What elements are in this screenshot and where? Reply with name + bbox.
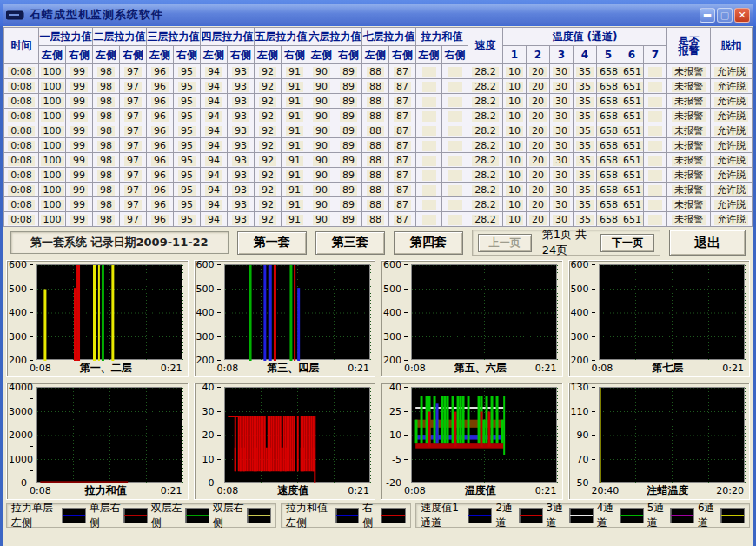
prev-page-button[interactable]: 上一页 [478,234,532,252]
chart-title: 温度值 [426,483,535,498]
table-row[interactable]: 0:0810099989796959493929190898887 28.210… [4,123,753,138]
table-cell: 35 [574,138,597,153]
chart-svg-layers-1-2 [37,265,183,361]
minimize-button[interactable]: ▬ [700,8,715,23]
table-cell: 35 [574,168,597,183]
y-tick-label: 3000 [7,406,33,429]
window-title: 石蜡成型机监测系统软件 [30,7,163,23]
table-row[interactable]: 0:0810099989796959493929190898887 28.210… [4,109,753,123]
table-row[interactable]: 0:0810099989796959493929190898887 28.210… [4,183,753,197]
table-row[interactable]: 0:0810099989796959493929190898887 28.210… [4,64,753,79]
table-row[interactable]: 0:0810099989796959493929190898887 28.210… [4,212,753,227]
table-cell: 92 [255,64,282,79]
y-tick-label: 300 [7,331,33,343]
table-cell: 89 [335,153,362,168]
table-row[interactable]: 0:0810099989796959493929190898887 28.210… [4,138,753,153]
chart-plot-layers-1-2 [36,264,182,360]
close-button[interactable]: ✕ [734,8,750,23]
table-cell [416,64,442,79]
next-page-button[interactable]: 下一页 [600,234,654,252]
y-tick-label: 500 [569,283,595,295]
table-cell: 97 [120,79,147,94]
table-cell: 28.2 [468,212,503,227]
table-row[interactable]: 0:0810099989796959493929190898887 28.210… [4,197,753,212]
table-cell [442,138,468,153]
legend-label: 单层右侧 [90,501,122,530]
table-cell: 允许脱 [711,138,753,153]
table-cell: 651 [620,123,644,138]
table-cell: 35 [574,197,597,212]
table-cell: 98 [93,64,120,79]
chart-x-row: 0:08 第五、六层 0:21 [381,362,562,375]
legend-swatch [620,508,644,523]
table-cell: 96 [147,94,174,109]
table-cell: 88 [362,123,389,138]
column-header: 三层拉力值 [147,28,201,46]
chart-title: 速度值 [238,483,348,498]
legend-label: 拉力和值左侧 [286,501,334,530]
legend-label: 拉力单层左侧 [11,501,60,530]
table-cell: 98 [93,109,120,123]
column-header: 四层拉力值 [201,28,255,46]
set-4-button[interactable]: 第四套 [394,231,463,255]
table-cell [416,79,442,94]
table-cell: 10 [503,94,527,109]
table-cell: 87 [389,197,416,212]
table-cell: 28.2 [468,153,503,168]
table-row[interactable]: 0:0810099989796959493929190898887 28.210… [4,79,753,94]
column-header: 是否 报警 [667,28,711,64]
table-cell: 92 [255,197,282,212]
table-row[interactable]: 0:0810099989796959493929190898887 28.210… [4,94,753,109]
chart-svg-speed [225,388,371,483]
table-cell: 94 [201,64,228,79]
chart-svg-layers-5-6 [412,265,558,361]
set-1-button[interactable]: 第一套 [237,231,307,255]
table-cell: 100 [39,183,66,197]
table-cell: 87 [389,123,416,138]
table-cell: 89 [335,64,362,79]
table-cell: 0:08 [4,138,39,153]
table-row[interactable]: 0:0810099989796959493929190898887 28.210… [4,168,753,183]
table-cell: 99 [66,197,93,212]
table-cell: 95 [174,109,201,123]
table-cell: 未报警 [667,109,711,123]
x-end-label: 0:21 [348,363,369,374]
table-cell: 99 [66,94,93,109]
table-cell: 100 [39,197,66,212]
table-cell: 90 [308,168,335,183]
table-cell: 98 [93,138,120,153]
table-cell [416,94,442,109]
charts-grid: 2003004005006000:08 第一、二层 0:212003004005… [3,258,753,502]
x-end-label: 0:21 [348,485,369,496]
table-cell: 28.2 [468,94,503,109]
maximize-button[interactable]: ▢ [717,8,733,23]
y-tick-label: 400 [7,307,33,318]
table-cell: 96 [147,183,174,197]
table-row[interactable]: 0:0810099989796959493929190898887 28.210… [4,153,753,168]
x-end-label: 0:21 [161,363,182,374]
table-cell: 88 [362,183,389,197]
chart-plot-tension-sum [36,387,182,483]
exit-button[interactable]: 退出 [669,230,746,256]
table-cell: 99 [66,138,93,153]
legend-swatch [62,508,86,523]
table-cell [644,123,667,138]
table-cell: 100 [39,64,66,79]
chart-x-row: 0:08 拉力和值 0:21 [7,484,188,497]
chart-panel-temperature: -20-51025400:08 温度值 0:21 [381,383,563,500]
table-cell: 87 [389,153,416,168]
table-cell: 97 [120,153,147,168]
column-subheader: 右侧 [335,46,362,64]
table-cell: 651 [620,109,644,123]
table-cell: 97 [120,123,147,138]
title-bar: 石蜡成型机监测系统软件 ▬ ▢ ✕ [0,0,756,26]
table-cell [442,183,468,197]
table-cell: 92 [255,212,282,227]
legend-item: 2通道 [495,501,542,530]
set-3-button[interactable]: 第三套 [315,231,385,255]
table-cell: 28.2 [468,79,503,94]
table-cell: 96 [147,64,174,79]
chart-plot-wax-temp [599,387,745,483]
toolbar: 第一套系统 记录日期2009-11-22 第一套 第三套 第四套 上一页 第1页… [3,227,753,258]
table-cell: 87 [389,79,416,94]
